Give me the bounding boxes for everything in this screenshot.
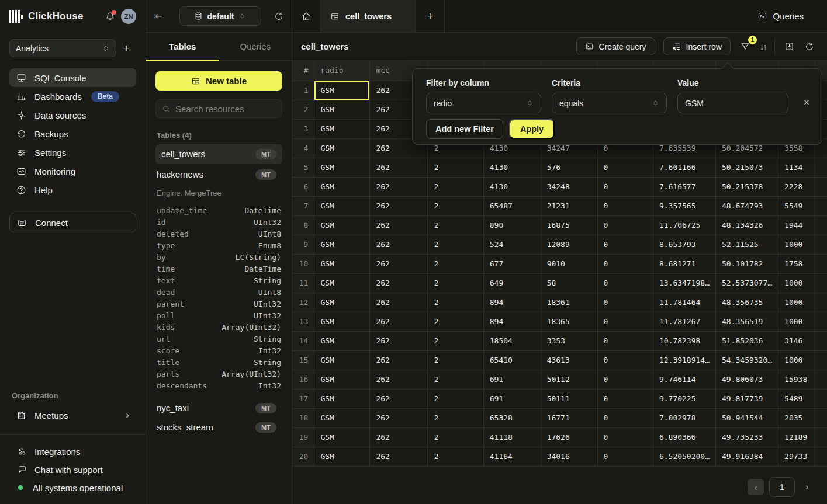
grid-cell[interactable]: 34248 (541, 177, 597, 196)
grid-cell[interactable]: 6 (292, 177, 314, 196)
grid-cell[interactable]: 0 (597, 389, 653, 408)
grid-cell[interactable]: 21231 (541, 196, 597, 215)
grid-cell[interactable]: GSM (314, 370, 370, 389)
insert-row-button[interactable]: Insert row (663, 37, 731, 55)
next-page-button[interactable]: › (800, 482, 814, 492)
grid-cell[interactable]: 2228 (778, 177, 815, 196)
grid-cell[interactable]: 0 (597, 215, 653, 235)
integrations-link[interactable]: Integrations (9, 443, 136, 460)
system-status[interactable]: All systems operational (9, 479, 136, 496)
sidebar-item-dashboards[interactable]: Dashboards Beta (9, 87, 136, 106)
grid-cell[interactable]: 262 (370, 293, 428, 312)
grid-cell[interactable]: 17626 (541, 427, 597, 447)
new-table-button[interactable]: New table (155, 71, 282, 91)
grid-cell[interactable]: 18361 (541, 293, 597, 312)
grid-cell-selected[interactable]: GSM (314, 81, 370, 100)
grid-cell[interactable]: 262 (370, 427, 428, 447)
grid-cell[interactable]: 262 (370, 215, 428, 235)
grid-cell[interactable]: GSM (314, 427, 370, 447)
grid-cell[interactable]: 16 (292, 370, 314, 389)
grid-cell[interactable]: 49.916384 (716, 447, 778, 466)
workspace-select[interactable]: Analytics (9, 39, 116, 57)
sidebar-item-data-sources[interactable]: Data sources (9, 106, 136, 124)
grid-cell[interactable]: 20 (292, 447, 314, 466)
grid-cell[interactable]: 48.674793 (716, 196, 778, 215)
download-button[interactable] (783, 40, 795, 53)
grid-cell[interactable]: 18 (292, 408, 314, 427)
grid-cell[interactable]: 13.6347198… (653, 273, 715, 293)
grid-cell[interactable]: 1000 (778, 235, 815, 254)
grid-cell[interactable]: 7.601166 (653, 158, 715, 177)
grid-cell[interactable]: 65487 (483, 196, 541, 215)
grid-cell[interactable]: 262 (370, 447, 428, 466)
grid-cell[interactable]: 0 (597, 350, 653, 370)
grid-cell[interactable]: 1 (292, 81, 314, 100)
grid-cell[interactable]: 262 (370, 235, 428, 254)
grid-cell[interactable]: 3 (292, 119, 314, 138)
grid-cell[interactable]: GSM (314, 312, 370, 331)
grid-cell[interactable]: 29733 (778, 447, 815, 466)
grid-cell[interactable]: 19 (292, 427, 314, 447)
grid-cell[interactable]: 2 (428, 408, 483, 427)
refresh-tables-icon[interactable] (271, 12, 283, 21)
grid-cell[interactable]: 54.3459320… (716, 350, 778, 370)
grid-cell[interactable]: 262 (370, 408, 428, 427)
grid-cell[interactable]: 262 (370, 196, 428, 215)
grid-cell[interactable]: 2 (428, 293, 483, 312)
grid-cell[interactable]: 49.817739 (716, 389, 778, 408)
grid-cell[interactable]: 4130 (483, 158, 541, 177)
grid-cell[interactable]: 12189 (778, 427, 815, 447)
grid-cell[interactable]: 262 (370, 177, 428, 196)
remove-filter-icon[interactable]: × (804, 97, 809, 109)
grid-cell[interactable]: 15 (292, 350, 314, 370)
grid-cell[interactable]: GSM (314, 119, 370, 138)
filter-button[interactable]: 1 (739, 40, 752, 53)
grid-cell[interactable]: 18365 (541, 312, 597, 331)
grid-cell[interactable]: 17 (292, 389, 314, 408)
grid-cell[interactable]: 43613 (541, 350, 597, 370)
grid-cell[interactable]: 2 (428, 389, 483, 408)
table-item-hackernews[interactable]: hackernews MT (155, 165, 282, 184)
collapse-panel-icon[interactable]: ⇤ (154, 11, 169, 22)
grid-cell[interactable]: 10.782398 (653, 331, 715, 350)
grid-cell[interactable]: 576 (541, 158, 597, 177)
grid-cell[interactable]: GSM (314, 408, 370, 427)
grid-cell[interactable]: 0 (597, 427, 653, 447)
grid-cell[interactable]: 11 (292, 273, 314, 293)
grid-cell[interactable]: GSM (314, 293, 370, 312)
grid-cell[interactable]: 2 (428, 312, 483, 331)
grid-cell[interactable]: 0 (597, 293, 653, 312)
grid-cell[interactable]: 0 (597, 312, 653, 331)
grid-cell[interactable]: 262 (370, 158, 428, 177)
grid-cell[interactable]: 2035 (778, 408, 815, 427)
refresh-button[interactable] (804, 41, 815, 53)
grid-cell[interactable]: 262 (370, 370, 428, 389)
grid-cell[interactable]: 34016 (541, 447, 597, 466)
tab-queries[interactable]: Queries (219, 33, 292, 60)
filter-column-select[interactable]: radio (426, 93, 541, 113)
sidebar-item-monitoring[interactable]: Monitoring (9, 162, 136, 180)
grid-cell[interactable]: GSM (314, 100, 370, 119)
grid-cell[interactable]: 0 (597, 331, 653, 350)
grid-cell[interactable]: 48.134326 (716, 215, 778, 235)
grid-cell[interactable]: 1758 (778, 254, 815, 273)
grid-cell[interactable]: 677 (483, 254, 541, 273)
grid-cell[interactable]: 0 (597, 177, 653, 196)
grid-cell[interactable]: 1944 (778, 215, 815, 235)
sidebar-item-meetups[interactable]: Meetups › (9, 406, 136, 425)
prev-page-button[interactable]: ‹ (748, 479, 764, 495)
grid-cell[interactable]: 1000 (778, 273, 815, 293)
grid-cell[interactable]: 50.101782 (716, 254, 778, 273)
create-query-button[interactable]: Create query (576, 37, 655, 55)
tab-tables[interactable]: Tables (146, 33, 219, 60)
grid-cell[interactable]: 2 (428, 254, 483, 273)
grid-cell[interactable]: 524 (483, 235, 541, 254)
grid-cell[interactable]: 2 (428, 235, 483, 254)
grid-cell[interactable]: 2 (428, 350, 483, 370)
grid-cell[interactable]: 0 (597, 158, 653, 177)
grid-cell[interactable]: 691 (483, 370, 541, 389)
grid-cell[interactable]: 49.735233 (716, 427, 778, 447)
grid-cell[interactable]: 0 (597, 254, 653, 273)
grid-cell[interactable]: 50.941544 (716, 408, 778, 427)
grid-cell[interactable]: 2 (428, 273, 483, 293)
